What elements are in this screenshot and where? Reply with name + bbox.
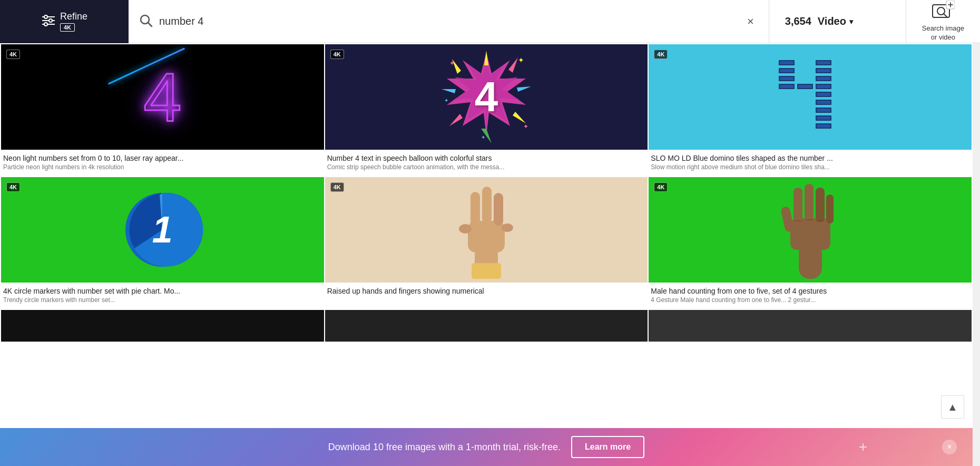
svg-point-1 <box>44 15 47 18</box>
svg-rect-38 <box>798 85 812 88</box>
item-subtitle-1: Particle neon light numbers in 4k resolu… <box>3 163 322 171</box>
clear-button[interactable]: × <box>743 13 758 31</box>
thumbnail-2: ✦ ✦ ✦ ✦ ✦ 4 <box>325 44 648 150</box>
grid-item-9-partial[interactable] <box>649 310 972 342</box>
video-dropdown[interactable]: Video ▾ <box>818 15 853 27</box>
badge-4k-4: 4K <box>6 182 20 192</box>
item-info-4: 4K circle markers with number set with p… <box>1 283 324 309</box>
results-grid: 4 4K Neon light numbers set from 0 to 10… <box>0 43 973 343</box>
item-subtitle-6: 4 Gesture Male hand counting from one to… <box>651 296 969 304</box>
svg-rect-44 <box>817 69 830 72</box>
results-count: 3,654 <box>785 15 811 27</box>
svg-point-64 <box>502 224 513 232</box>
grid-item-1[interactable]: 4 4K Neon light numbers set from 0 to 10… <box>1 44 324 176</box>
learn-more-button[interactable]: Learn more <box>571 436 644 458</box>
thumbnail-5 <box>325 177 648 283</box>
svg-rect-70 <box>805 184 814 221</box>
header: Refine 4K × 3,654 Video ▾ <box>0 0 980 43</box>
search-input[interactable] <box>159 15 743 27</box>
svg-marker-16 <box>484 51 488 65</box>
item-info-2: Number 4 text in speech balloon with col… <box>325 150 648 176</box>
grid-item-5[interactable]: 4K Raised up hands and fingers showing n… <box>325 177 648 309</box>
item-subtitle-2: Comic strip speech bubble cartoon animat… <box>327 163 646 171</box>
svg-rect-40 <box>817 85 830 88</box>
search-icon <box>139 14 153 30</box>
item-subtitle-3: Slow motion right above medium shot of b… <box>651 163 969 171</box>
svg-marker-21 <box>449 114 463 126</box>
thumbnail-1: 4 <box>1 44 324 150</box>
svg-marker-23 <box>452 59 461 74</box>
svg-rect-61 <box>482 187 492 224</box>
refine-button[interactable]: Refine 4K <box>0 0 129 43</box>
pie-number: 1 <box>152 209 173 251</box>
badge-4k-1: 4K <box>6 50 20 59</box>
refine-4k-badge: 4K <box>60 23 75 32</box>
svg-rect-71 <box>816 188 825 222</box>
video-label: Video <box>818 15 846 27</box>
search-bar: × <box>129 0 769 43</box>
svg-line-10 <box>944 14 947 17</box>
item-title-3: SLO MO LD Blue domino tiles shaped as th… <box>651 154 969 162</box>
refine-label: Refine <box>60 11 87 22</box>
svg-rect-62 <box>494 193 503 226</box>
svg-marker-18 <box>517 86 531 92</box>
banner-text: Download 10 free images with a 1-month t… <box>328 442 561 453</box>
search-image-button[interactable]: Search image or video <box>906 0 980 43</box>
svg-rect-34 <box>780 77 793 80</box>
svg-rect-54 <box>817 116 830 120</box>
badge-4k-6: 4K <box>654 182 668 192</box>
svg-line-7 <box>148 23 152 26</box>
svg-rect-46 <box>817 77 830 80</box>
search-image-icon <box>932 1 955 22</box>
svg-rect-42 <box>817 61 830 64</box>
banner-close-button[interactable]: × <box>942 440 957 454</box>
starburst: ✦ ✦ ✦ ✦ ✦ 4 <box>439 50 534 144</box>
starburst-number: 4 <box>475 73 498 121</box>
svg-rect-56 <box>817 124 830 128</box>
search-image-label: Search image or video <box>922 24 964 42</box>
promo-banner: Download 10 free images with a 1-month t… <box>0 428 973 466</box>
thumbnail-6 <box>649 177 972 283</box>
svg-point-5 <box>44 23 47 26</box>
content-area: 4 4K Neon light numbers set from 0 to 10… <box>0 43 980 466</box>
svg-marker-22 <box>442 89 456 93</box>
item-info-5: Raised up hands and fingers showing nume… <box>325 283 648 302</box>
svg-rect-30 <box>780 61 793 64</box>
item-info-1: Neon light numbers set from 0 to 10, las… <box>1 150 324 176</box>
banner-plus-icon: + <box>859 439 867 455</box>
grid-item-6[interactable]: 4K Male hand counting from one to five, … <box>649 177 972 309</box>
svg-rect-67 <box>790 218 830 250</box>
svg-rect-32 <box>780 69 793 72</box>
svg-rect-52 <box>817 109 830 112</box>
item-title-2: Number 4 text in speech balloon with col… <box>327 154 646 162</box>
grid-item-2[interactable]: ✦ ✦ ✦ ✦ ✦ 4 4K Number 4 text in speech b… <box>325 44 648 176</box>
svg-rect-48 <box>817 93 830 96</box>
grid-item-4[interactable]: 1 4K 4K circle markers with number set w… <box>1 177 324 309</box>
scroll-to-top-button[interactable]: ▲ <box>941 395 964 419</box>
item-title-4: 4K circle markers with number set with p… <box>3 287 322 295</box>
results-section: 3,654 Video ▾ <box>769 0 906 43</box>
svg-rect-60 <box>471 192 480 226</box>
badge-4k-3: 4K <box>654 50 668 59</box>
chevron-up-icon: ▲ <box>947 401 958 413</box>
svg-rect-72 <box>826 195 834 224</box>
badge-4k-2: 4K <box>330 50 344 59</box>
badge-4k-5: 4K <box>330 182 344 192</box>
grid-item-3[interactable]: 4K SLO MO LD Blue domino tiles shaped as… <box>649 44 972 176</box>
scrollbar-track <box>973 0 980 466</box>
item-info-3: SLO MO LD Blue domino tiles shaped as th… <box>649 150 972 176</box>
svg-marker-19 <box>513 112 526 123</box>
svg-marker-20 <box>481 129 492 143</box>
svg-rect-50 <box>817 101 830 104</box>
svg-point-3 <box>49 19 52 22</box>
svg-rect-69 <box>793 188 802 222</box>
grid-item-8-partial[interactable] <box>325 310 648 342</box>
thumbnail-4: 1 <box>1 177 324 283</box>
svg-rect-65 <box>472 263 501 279</box>
pie-chart: 1 <box>120 188 204 272</box>
grid-item-7-partial[interactable] <box>1 310 324 342</box>
item-title-1: Neon light numbers set from 0 to 10, las… <box>3 154 322 162</box>
item-title-5: Raised up hands and fingers showing nume… <box>327 287 646 295</box>
refine-icon <box>41 15 56 28</box>
chevron-down-icon: ▾ <box>849 17 853 26</box>
